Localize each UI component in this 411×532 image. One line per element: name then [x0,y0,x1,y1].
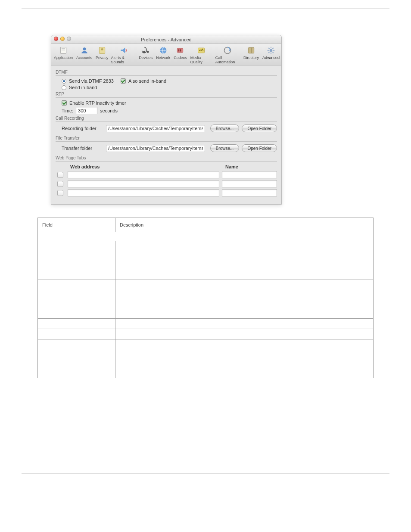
web-name-header: Name [221,164,277,169]
minimize-window-icon[interactable] [60,37,65,41]
group-title-dtmf: DTMF [56,70,277,75]
svg-rect-10 [178,50,180,52]
rtp-time-label: Time: [62,108,73,113]
application-icon [58,46,69,55]
recording-folder-input[interactable] [106,125,205,132]
table-cell [38,319,115,329]
transfer-folder-label: Transfer folder [62,146,103,151]
table-cell [115,241,374,280]
zoom-window-icon [67,37,71,41]
table-cell [115,319,374,329]
svg-rect-16 [251,47,252,53]
tab-privacy[interactable]: Privacy [94,45,110,65]
directory-icon [246,46,257,55]
table-cell [115,329,374,339]
web-tab-address-input[interactable] [68,189,219,196]
tab-alerts-sounds[interactable]: Alerts & Sounds [110,45,137,65]
transfer-folder-input[interactable] [106,145,205,152]
svg-rect-11 [180,50,181,52]
svg-rect-2 [62,50,65,50]
table-cell [115,339,374,378]
group-title-file-transfer: File Transfer [56,136,277,140]
tab-label: Devices [139,56,153,60]
accounts-icon [79,46,90,55]
table-cell [115,280,374,319]
svg-point-5 [101,48,103,50]
dtmf-rfc2833-label: Send via DTMF 2833 [69,78,114,84]
preferences-window: Preferences - Advanced Application Accou… [51,35,282,205]
tab-label: Advanced [262,56,280,60]
dtmf-inband-label: Send in-band [69,85,97,90]
web-address-header: Web address [68,164,221,169]
tab-label: Call Automation [215,56,240,64]
tab-label: Network [156,56,170,60]
svg-point-7 [147,51,149,53]
dtmf-rfc2833-radio[interactable] [62,79,66,84]
dtmf-also-inband-label: Also send in-band [128,78,166,84]
table-cell [38,339,115,378]
web-tab-name-input[interactable] [222,189,277,196]
window-title: Preferences - Advanced [141,37,191,42]
web-tab-row [56,189,277,196]
codecs-icon [174,46,186,55]
svg-line-22 [268,48,270,49]
rtp-seconds-label: seconds [100,108,118,113]
tab-label: Accounts [76,56,92,60]
table-header-field: Field [38,218,115,232]
tab-label: Media Quality [190,56,212,64]
description-table: Field Description [37,218,374,378]
web-tab-address-input[interactable] [68,171,219,178]
rtp-enable-checkbox[interactable] [62,100,67,106]
preferences-toolbar: Application Accounts Privacy [51,44,281,65]
web-tab-enable-checkbox[interactable] [57,190,63,196]
tab-devices[interactable]: Devices [137,45,154,65]
rtp-time-input[interactable] [76,107,97,114]
tab-codecs[interactable]: Codecs [172,45,189,65]
svg-point-17 [270,49,273,52]
tab-application[interactable]: Application [52,45,75,65]
tab-label: Application [54,56,73,60]
table-cell [38,280,115,319]
web-tab-row [56,180,277,187]
web-tab-enable-checkbox[interactable] [57,172,63,178]
privacy-icon [97,46,108,55]
group-title-rtp: RTP [56,92,277,96]
svg-point-6 [143,51,145,53]
group-title-call-recording: Call Recording [56,116,277,121]
tab-label: Directory [243,56,259,60]
table-cell [38,329,115,339]
web-tab-enable-checkbox[interactable] [57,181,63,187]
recording-open-folder-button[interactable]: Open Folder [242,124,277,132]
tab-call-automation[interactable]: Call Automation [214,45,242,65]
web-tab-row [56,171,277,178]
recording-browse-button[interactable]: Browse... [210,124,240,132]
advanced-icon [265,46,277,55]
tab-advanced[interactable]: Advanced [261,45,281,65]
tab-label: Alerts & Sounds [111,56,137,64]
dtmf-also-inband-checkbox[interactable] [121,78,126,84]
svg-line-24 [268,52,270,53]
recording-folder-label: Recording folder [62,126,103,131]
tab-media-quality[interactable]: Media Quality [189,45,214,65]
window-titlebar: Preferences - Advanced [51,35,281,44]
call-automation-icon [222,46,233,55]
devices-icon [140,46,151,55]
alerts-icon [118,46,129,55]
svg-rect-1 [62,48,65,49]
network-icon [158,46,169,55]
tab-network[interactable]: Network [154,45,172,65]
transfer-browse-button[interactable]: Browse... [210,144,240,152]
transfer-open-folder-button[interactable]: Open Folder [242,144,277,152]
svg-point-3 [83,47,86,50]
group-title-web-page-tabs: Web Page Tabs [56,156,277,160]
tab-accounts[interactable]: Accounts [75,45,94,65]
tab-directory[interactable]: Directory [242,45,261,65]
web-tab-name-input[interactable] [222,171,277,178]
dtmf-inband-radio[interactable] [62,85,66,90]
web-tab-address-input[interactable] [68,180,219,187]
rtp-enable-label: Enable RTP inactivity timer [69,100,126,106]
close-window-icon[interactable] [54,37,58,41]
tab-label: Privacy [96,56,109,60]
table-cell [38,241,115,280]
web-tab-name-input[interactable] [222,180,277,187]
